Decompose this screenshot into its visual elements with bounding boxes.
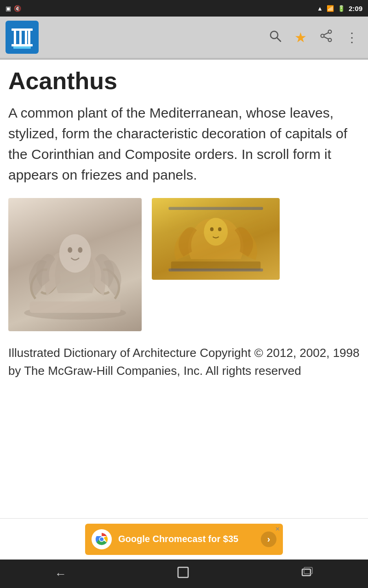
- chrome-logo: [92, 529, 112, 549]
- volume-icon: 🔇: [14, 5, 21, 12]
- bookmark-icon[interactable]: ★: [294, 29, 307, 45]
- nav-bar: ←: [0, 560, 368, 588]
- ad-text: Google Chromecast for $35: [118, 534, 254, 544]
- content-area: Acanthus A common plant of the Mediterra…: [0, 60, 368, 518]
- svg-rect-23: [168, 207, 263, 209]
- svg-point-18: [78, 247, 82, 253]
- svg-rect-4: [25, 31, 27, 44]
- clock: 2:09: [349, 5, 362, 12]
- svg-rect-1: [12, 28, 33, 31]
- svg-point-27: [100, 537, 104, 541]
- svg-point-22: [218, 227, 222, 231]
- svg-point-9: [328, 30, 332, 33]
- toolbar-actions: ★ ⋮: [269, 29, 359, 45]
- ad-close-button[interactable]: ✕: [275, 526, 280, 532]
- svg-rect-5: [28, 31, 30, 44]
- svg-point-11: [321, 34, 324, 37]
- copyright-text: Illustrated Dictionary of Architecture C…: [8, 344, 360, 380]
- status-bar: ▣ 🔇 ▲ 📶 🔋 2:09: [0, 0, 368, 17]
- toolbar: ★ ⋮: [0, 17, 368, 58]
- recents-button[interactable]: [290, 562, 322, 586]
- status-left-icons: ▣ 🔇: [6, 5, 21, 12]
- back-button[interactable]: ←: [46, 563, 76, 585]
- search-icon[interactable]: [269, 29, 282, 45]
- svg-line-8: [277, 38, 281, 41]
- battery-icon: 🔋: [338, 5, 345, 12]
- svg-point-20: [204, 218, 228, 246]
- ad-banner[interactable]: ✕ Google Chromecast for $35 ›: [0, 518, 368, 560]
- svg-line-13: [324, 37, 328, 39]
- svg-point-21: [210, 227, 214, 231]
- svg-line-12: [324, 33, 328, 35]
- entry-description: A common plant of the Mediterranean, who…: [8, 102, 360, 185]
- more-icon[interactable]: ⋮: [345, 30, 359, 45]
- svg-rect-0: [12, 44, 33, 46]
- images-row: [8, 198, 360, 331]
- sim-icon: ▣: [6, 5, 11, 12]
- image-capital-white[interactable]: [8, 198, 142, 331]
- svg-rect-6: [13, 46, 31, 49]
- app-icon[interactable]: [6, 21, 39, 54]
- image-capital-gold[interactable]: [152, 198, 280, 280]
- svg-rect-24: [168, 268, 263, 271]
- svg-rect-28: [178, 567, 188, 577]
- home-button[interactable]: [167, 562, 199, 586]
- wifi-icon: 📶: [327, 5, 334, 12]
- ad-arrow-button[interactable]: ›: [261, 531, 276, 547]
- share-icon[interactable]: [320, 29, 333, 45]
- svg-point-16: [59, 234, 91, 273]
- ad-inner[interactable]: ✕ Google Chromecast for $35 ›: [85, 524, 283, 555]
- svg-rect-29: [302, 569, 310, 576]
- status-right-area: ▲ 📶 🔋 2:09: [317, 5, 362, 12]
- signal-icon: ▲: [317, 5, 323, 12]
- svg-rect-30: [304, 567, 312, 574]
- svg-point-17: [68, 247, 72, 253]
- svg-point-10: [328, 38, 332, 41]
- svg-rect-2: [14, 31, 16, 44]
- svg-rect-3: [19, 31, 22, 44]
- entry-title: Acanthus: [8, 68, 360, 94]
- svg-rect-15: [29, 301, 120, 313]
